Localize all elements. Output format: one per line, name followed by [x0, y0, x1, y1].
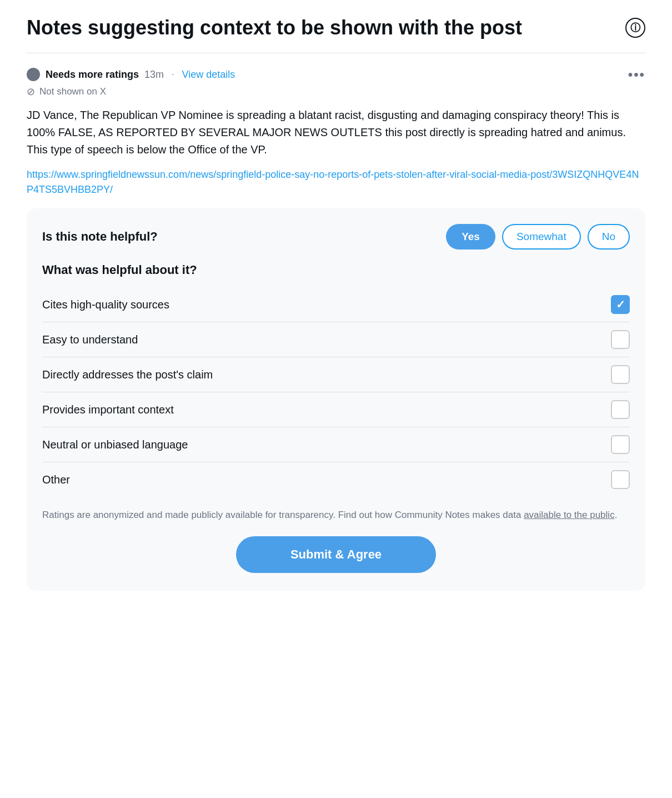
- checkbox-directly[interactable]: [611, 365, 630, 384]
- checkbox-item-cites: Cites high-quality sources: [42, 287, 630, 322]
- checkbox-cites[interactable]: [611, 295, 630, 314]
- not-shown-row: ⊘ Not shown on X: [27, 86, 645, 98]
- checkbox-label-cites: Cites high-quality sources: [42, 298, 169, 311]
- helpful-question: Is this note helpful?: [42, 230, 158, 244]
- somewhat-button[interactable]: Somewhat: [502, 224, 581, 250]
- page-title: Notes suggesting context to be shown wit…: [27, 16, 616, 39]
- submit-agree-button[interactable]: Submit & Agree: [236, 536, 436, 573]
- view-details-link[interactable]: View details: [182, 69, 235, 81]
- note-meta: Needs more ratings 13m · View details ••…: [27, 67, 645, 82]
- note-card: Needs more ratings 13m · View details ••…: [27, 67, 645, 590]
- checkbox-label-easy: Easy to understand: [42, 333, 138, 346]
- status-dot: [27, 68, 40, 81]
- not-shown-icon: ⊘: [27, 86, 35, 98]
- checkbox-item-directly: Directly addresses the post's claim: [42, 357, 630, 392]
- more-options-icon[interactable]: •••: [628, 67, 645, 82]
- rating-buttons: Yes Somewhat No: [446, 224, 630, 250]
- no-button[interactable]: No: [588, 224, 630, 250]
- header-section: Notes suggesting context to be shown wit…: [27, 16, 645, 53]
- note-body-text: JD Vance, The Republican VP Nominee is s…: [27, 107, 645, 158]
- checkbox-label-directly: Directly addresses the post's claim: [42, 368, 213, 381]
- checkbox-other[interactable]: [611, 470, 630, 489]
- transparency-text-part2: .: [615, 510, 618, 520]
- note-meta-left: Needs more ratings 13m · View details: [27, 68, 235, 81]
- helpful-row: Is this note helpful? Yes Somewhat No: [42, 224, 630, 250]
- checkbox-neutral[interactable]: [611, 435, 630, 454]
- rating-card: Is this note helpful? Yes Somewhat No Wh…: [27, 208, 645, 590]
- checkbox-easy[interactable]: [611, 330, 630, 349]
- checkbox-item-context: Provides important context: [42, 392, 630, 427]
- checkbox-label-other: Other: [42, 473, 70, 486]
- status-label: Needs more ratings: [46, 69, 139, 81]
- transparency-text-part1: Ratings are anonymized and made publicly…: [42, 510, 524, 520]
- separator: ·: [172, 69, 174, 79]
- checkbox-context[interactable]: [611, 400, 630, 419]
- what-helpful-heading: What was helpful about it?: [42, 263, 630, 277]
- checkbox-item-neutral: Neutral or unbiased language: [42, 427, 630, 462]
- page-container: Notes suggesting context to be shown wit…: [0, 0, 672, 624]
- checkbox-label-neutral: Neutral or unbiased language: [42, 438, 188, 451]
- not-shown-text: Not shown on X: [39, 86, 106, 97]
- note-source-link[interactable]: https://www.springfieldnewssun.com/news/…: [27, 167, 645, 197]
- checkbox-list: Cites high-quality sources Easy to under…: [42, 287, 630, 497]
- checkbox-label-context: Provides important context: [42, 403, 174, 416]
- info-icon[interactable]: ⓘ: [625, 18, 645, 38]
- transparency-text: Ratings are anonymized and made publicly…: [42, 508, 630, 522]
- submit-btn-wrapper: Submit & Agree: [42, 536, 630, 573]
- checkbox-item-other: Other: [42, 462, 630, 497]
- note-time: 13m: [144, 69, 164, 81]
- checkbox-item-easy: Easy to understand: [42, 322, 630, 357]
- transparency-link[interactable]: available to the public: [524, 510, 615, 520]
- yes-button[interactable]: Yes: [446, 224, 495, 250]
